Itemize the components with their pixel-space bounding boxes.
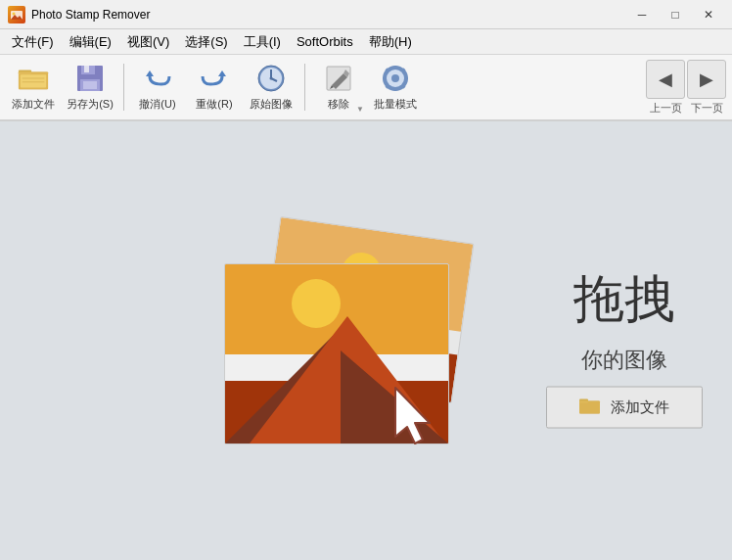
next-button[interactable]: ▶ <box>687 60 726 99</box>
close-button[interactable]: ✕ <box>693 5 724 24</box>
menu-bar: 文件(F) 编辑(E) 视图(V) 选择(S) 工具(I) SoftOrbits… <box>0 29 732 55</box>
svg-rect-11 <box>84 66 89 72</box>
save-icon <box>74 63 106 93</box>
gear-icon <box>380 63 411 93</box>
svg-rect-6 <box>21 74 46 87</box>
title-bar: Photo Stamp Remover ─ □ ✕ <box>0 0 732 29</box>
app-icon <box>8 6 25 23</box>
add-file-btn-label: 添加文件 <box>611 398 669 417</box>
next-label: 下一页 <box>687 101 726 116</box>
menu-select[interactable]: 选择(S) <box>177 30 235 54</box>
original-button[interactable]: 原始图像 <box>244 59 298 116</box>
text-section: 拖拽 你的图像 添加文件 <box>546 265 703 429</box>
save-as-button[interactable]: 另存为(S) <box>63 59 117 116</box>
original-label: 原始图像 <box>250 97 293 112</box>
undo-button[interactable]: 撤消(U) <box>130 59 185 116</box>
save-as-label: 另存为(S) <box>67 97 114 112</box>
redo-button[interactable]: 重做(R) <box>187 59 242 116</box>
toolbar: 添加文件 另存为(S) 撤消(U) <box>0 55 732 121</box>
minimize-button[interactable]: ─ <box>626 5 658 24</box>
redo-icon <box>199 63 230 93</box>
remove-label: 移除 <box>328 97 349 112</box>
svg-rect-13 <box>83 81 97 89</box>
batch-mode-label: 批量模式 <box>374 97 417 112</box>
redo-label: 重做(R) <box>196 97 232 112</box>
clock-icon <box>255 63 287 93</box>
folder-icon <box>579 397 601 418</box>
window-controls: ─ □ ✕ <box>626 5 724 24</box>
undo-label: 撤消(U) <box>139 97 175 112</box>
dropdown-arrow: ▼ <box>356 105 364 114</box>
svg-rect-25 <box>383 76 387 79</box>
app-title: Photo Stamp Remover <box>31 8 626 22</box>
nav-controls: ◀ 上一页 ▶ 下一页 <box>646 60 726 116</box>
svg-rect-24 <box>394 87 397 91</box>
drag-main-text: 拖拽 <box>573 265 675 334</box>
svg-point-22 <box>391 74 399 82</box>
undo-icon <box>142 63 173 93</box>
prev-group: ◀ 上一页 <box>646 60 685 116</box>
remove-button[interactable]: 移除 ▼ <box>311 59 366 116</box>
content-area: 拖拽 你的图像 添加文件 <box>0 121 732 560</box>
pencil-icon <box>323 63 354 93</box>
drop-zone[interactable]: 拖拽 你的图像 添加文件 <box>0 121 732 560</box>
batch-mode-button[interactable]: 批量模式 <box>368 59 423 116</box>
prev-label: 上一页 <box>646 101 685 116</box>
folder-open-icon <box>18 63 49 93</box>
prev-button[interactable]: ◀ <box>646 60 685 99</box>
svg-point-18 <box>270 76 273 79</box>
menu-edit[interactable]: 编辑(E) <box>62 30 119 54</box>
maximize-button[interactable]: □ <box>660 5 691 24</box>
next-group: ▶ 下一页 <box>687 60 726 116</box>
add-file-label: 添加文件 <box>12 97 55 112</box>
svg-rect-26 <box>404 76 408 79</box>
menu-file[interactable]: 文件(F) <box>4 30 62 54</box>
image-illustration <box>209 210 523 484</box>
svg-rect-23 <box>394 66 397 70</box>
drag-sub-text: 你的图像 <box>581 346 667 375</box>
toolbar-separator-2 <box>304 64 305 111</box>
cursor-illustration <box>386 383 444 454</box>
add-file-dropzone-button[interactable]: 添加文件 <box>546 387 703 429</box>
toolbar-separator-1 <box>123 64 124 111</box>
menu-help[interactable]: 帮助(H) <box>361 30 420 54</box>
menu-tools[interactable]: 工具(I) <box>236 30 289 54</box>
svg-rect-33 <box>579 401 600 414</box>
menu-view[interactable]: 视图(V) <box>119 30 177 54</box>
add-file-button[interactable]: 添加文件 <box>6 59 61 116</box>
menu-softorbits[interactable]: SoftOrbits <box>289 31 361 52</box>
